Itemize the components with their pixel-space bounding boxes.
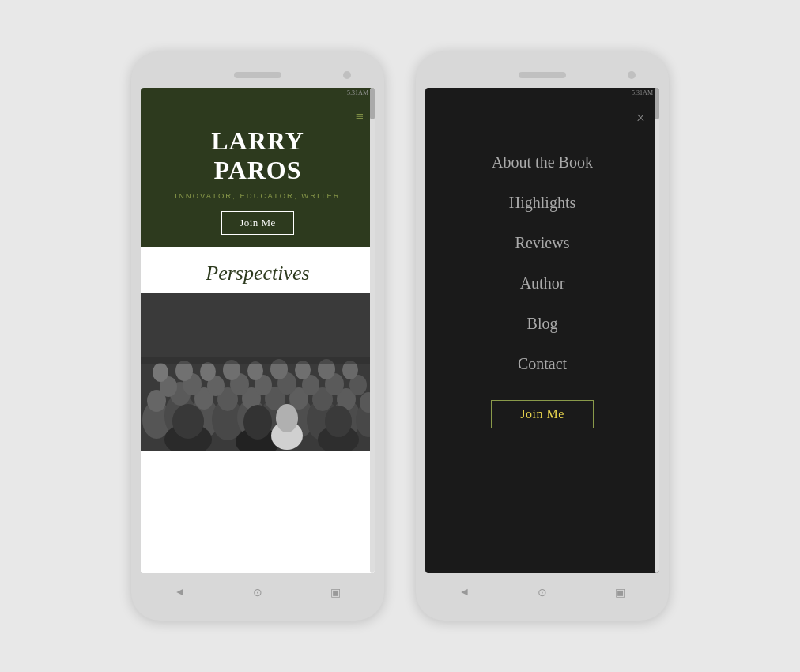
svg-point-30 [153, 363, 168, 382]
nav-item-author[interactable]: Author [425, 263, 659, 304]
scrollbar-thumb-1[interactable] [370, 88, 375, 119]
svg-rect-47 [141, 357, 375, 364]
crowd-image [141, 293, 375, 451]
site-subtitle: INNOVATOR, EDUCATOR, WRITER [175, 191, 340, 200]
phone-speaker-2 [519, 72, 566, 78]
home-button-2[interactable]: ⊙ [534, 584, 550, 600]
svg-point-42 [243, 405, 272, 440]
phone-camera-2 [628, 71, 636, 79]
nav-item-contact[interactable]: Contact [425, 344, 659, 384]
back-button-1[interactable]: ◄ [172, 584, 187, 600]
join-button-2[interactable]: Join Me [491, 400, 594, 428]
back-button-2[interactable]: ◄ [456, 584, 472, 600]
phone-camera-1 [343, 71, 351, 79]
home-button-1[interactable]: ⊙ [250, 584, 266, 600]
hamburger-icon[interactable]: ≡ [356, 109, 364, 123]
phone-top-bar-1 [141, 66, 375, 85]
website-header: ≡ LARRY PAROS INNOVATOR, EDUCATOR, WRITE… [141, 98, 375, 247]
scrollbar-thumb-2[interactable] [655, 88, 659, 119]
status-time-2: 5:31AM [632, 89, 653, 96]
phone-1: 5:31AM ≡ LARRY PAROS INNOVATOR, EDUCATOR… [131, 51, 384, 621]
nav-item-reviews[interactable]: Reviews [425, 223, 659, 263]
svg-point-40 [172, 404, 204, 439]
join-button-1[interactable]: Join Me [221, 211, 294, 235]
nav-item-blog[interactable]: Blog [425, 304, 659, 344]
navigation-menu: × About the Book Highlights Reviews Auth… [425, 98, 659, 573]
status-bar-1: 5:31AM [141, 88, 375, 98]
phone-bottom-bar-1: ◄ ⊙ ▣ [141, 578, 375, 606]
menu-button-1[interactable]: ▣ [328, 584, 344, 600]
phone-top-bar-2 [425, 66, 659, 85]
scrollbar-1[interactable] [370, 88, 375, 573]
menu-button-2[interactable]: ▣ [613, 584, 628, 600]
scrollbar-2[interactable] [655, 88, 659, 573]
status-bar-2: 5:31AM [425, 88, 659, 98]
nav-item-highlights[interactable]: Highlights [425, 183, 659, 223]
website-content: Perspectives [141, 247, 375, 573]
site-title-line2: PAROS [213, 156, 301, 184]
main-nav: About the Book Highlights Reviews Author… [425, 142, 659, 384]
svg-point-46 [276, 404, 298, 432]
svg-point-32 [200, 362, 216, 381]
close-menu-button[interactable]: × [636, 109, 645, 127]
phone-bottom-bar-2: ◄ ⊙ ▣ [425, 578, 659, 606]
status-time-1: 5:31AM [347, 89, 368, 96]
phone-2: 5:31AM × About the Book Highlights Revie… [416, 51, 669, 621]
phone-screen-1: 5:31AM ≡ LARRY PAROS INNOVATOR, EDUCATOR… [141, 88, 375, 573]
svg-point-44 [325, 406, 352, 437]
nav-item-about-the-book[interactable]: About the Book [425, 142, 659, 183]
section-title: Perspectives [141, 247, 375, 293]
site-title-line1: LARRY [211, 126, 304, 155]
phone-screen-2: 5:31AM × About the Book Highlights Revie… [425, 88, 659, 573]
site-title: LARRY PAROS [211, 126, 304, 185]
phone-speaker-1 [234, 72, 281, 78]
